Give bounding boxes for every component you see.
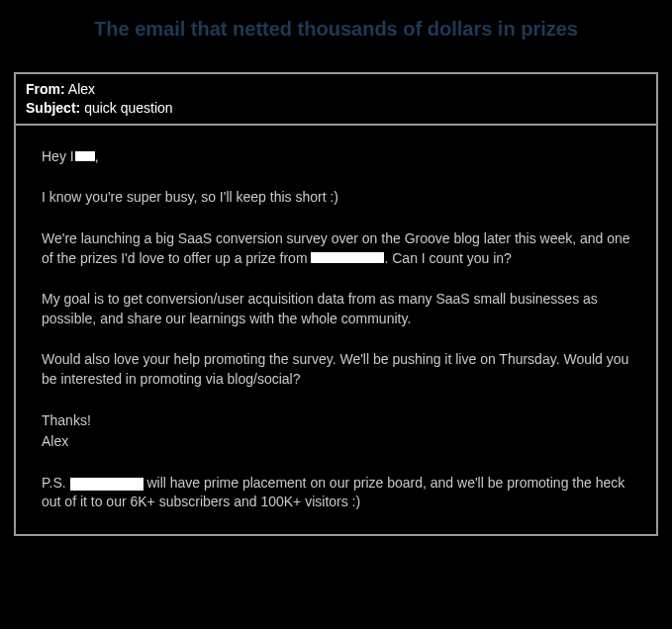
from-value: Alex <box>68 81 95 97</box>
paragraph-2: We're launching a big SaaS conversion su… <box>42 229 630 268</box>
email-header: From: Alex Subject: quick question <box>16 74 656 126</box>
from-label: From: <box>26 81 65 97</box>
paragraph-4: Would also love your help promoting the … <box>42 350 630 389</box>
redacted-company-2-icon <box>70 478 144 491</box>
greeting-prefix: Hey I <box>42 148 74 164</box>
signature-name: Alex <box>42 432 630 452</box>
greeting-suffix: , <box>95 148 99 164</box>
email-body: Hey I, I know you're super busy, so I'll… <box>16 126 656 534</box>
paragraph-1: I know you're super busy, so I'll keep t… <box>42 188 630 208</box>
page-title: The email that netted thousands of dolla… <box>14 18 658 41</box>
subject-label: Subject: <box>26 100 80 116</box>
paragraph-3: My goal is to get conversion/user acquis… <box>42 290 630 328</box>
redacted-company-1-icon <box>311 252 384 263</box>
subject-value: quick question <box>84 100 173 116</box>
redacted-name-icon <box>75 151 95 161</box>
from-row: From: Alex <box>26 80 646 99</box>
thanks-line: Thanks! <box>42 411 630 431</box>
ps-part-a: P.S. <box>42 475 70 491</box>
signature-block: Thanks! Alex <box>42 411 630 452</box>
greeting-line: Hey I, <box>42 147 630 167</box>
email-card: From: Alex Subject: quick question Hey I… <box>14 72 658 536</box>
page: The email that netted thousands of dolla… <box>0 0 672 629</box>
subject-row: Subject: quick question <box>26 99 646 118</box>
ps-line: P.S. will have prime placement on our pr… <box>42 474 630 512</box>
p2-part-b: . Can I count you in? <box>384 250 511 266</box>
